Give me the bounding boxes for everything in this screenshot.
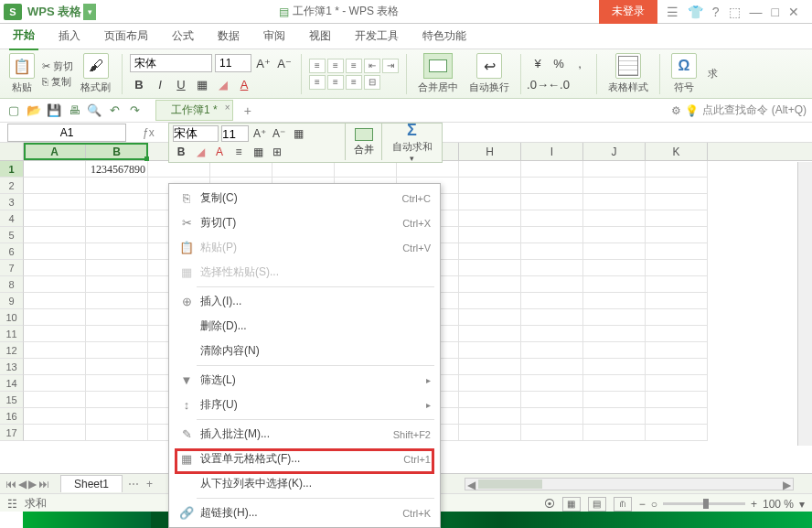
new-tab-button[interactable]: + bbox=[244, 103, 251, 118]
cell-A15[interactable] bbox=[24, 392, 86, 408]
cell-K6[interactable] bbox=[646, 243, 708, 260]
row-header-17[interactable]: 17 bbox=[0, 425, 24, 441]
cell-A4[interactable] bbox=[24, 210, 86, 227]
indent-increase[interactable]: ⇥ bbox=[382, 59, 399, 73]
mini-merge-group[interactable]: 合并 bbox=[345, 124, 381, 160]
workbook-tab[interactable]: 工作簿1 *× bbox=[155, 100, 233, 121]
cell-H12[interactable] bbox=[459, 342, 521, 359]
mini-grid[interactable]: ▦ bbox=[250, 144, 266, 160]
cell-J7[interactable] bbox=[583, 260, 646, 276]
cell-B13[interactable] bbox=[86, 359, 148, 375]
underline-button[interactable]: U bbox=[172, 75, 190, 93]
mini-border[interactable]: ▦ bbox=[290, 125, 306, 142]
cell-I13[interactable] bbox=[521, 359, 583, 375]
minimize-icon[interactable]: — bbox=[750, 5, 763, 19]
row-header-5[interactable]: 5 bbox=[0, 227, 24, 243]
cell-H2[interactable] bbox=[459, 178, 521, 194]
cell-J1[interactable] bbox=[583, 161, 646, 178]
increase-decimal[interactable]: .0→ bbox=[529, 75, 547, 93]
cell-H14[interactable] bbox=[459, 375, 521, 392]
mini-font-select[interactable] bbox=[173, 125, 219, 142]
cell-H16[interactable] bbox=[459, 408, 521, 425]
close-icon[interactable]: ✕ bbox=[788, 5, 799, 19]
tab-review[interactable]: 审阅 bbox=[260, 23, 289, 49]
copy-button[interactable]: ⎘复制 bbox=[42, 75, 73, 89]
align-right[interactable]: ≡ bbox=[346, 75, 362, 90]
cell-J17[interactable] bbox=[583, 425, 646, 441]
cell-B6[interactable] bbox=[86, 243, 148, 260]
italic-button[interactable]: I bbox=[151, 75, 169, 93]
align-top[interactable]: ≡ bbox=[309, 59, 326, 73]
currency-button[interactable]: ¥ bbox=[529, 54, 547, 72]
align-bottom[interactable]: ≡ bbox=[346, 59, 362, 73]
cell-J13[interactable] bbox=[583, 359, 646, 375]
command-search[interactable]: 💡点此查找命令 (Alt+Q) bbox=[685, 102, 807, 118]
cell-I16[interactable] bbox=[521, 408, 583, 425]
menu-cut[interactable]: ✂剪切(T)Ctrl+X bbox=[169, 210, 440, 235]
cell-H17[interactable] bbox=[459, 425, 521, 441]
cell-H9[interactable] bbox=[459, 293, 521, 309]
cell-I10[interactable] bbox=[521, 309, 583, 326]
cell-A17[interactable] bbox=[24, 425, 86, 441]
select-all-corner[interactable] bbox=[0, 143, 24, 160]
cell-A1[interactable] bbox=[24, 161, 86, 178]
percent-button[interactable]: % bbox=[550, 54, 568, 72]
vertical-scrollbar[interactable] bbox=[797, 162, 812, 446]
col-header-H[interactable]: H bbox=[459, 143, 521, 160]
cell-B12[interactable] bbox=[86, 342, 148, 359]
align-middle[interactable]: ≡ bbox=[327, 59, 344, 73]
add-sheet-button[interactable]: + bbox=[146, 478, 153, 490]
cell-F1[interactable] bbox=[335, 161, 397, 178]
row-header-4[interactable]: 4 bbox=[0, 210, 24, 227]
row-header-11[interactable]: 11 bbox=[0, 326, 24, 342]
cell-J5[interactable] bbox=[583, 227, 646, 243]
cut-button[interactable]: ✂剪切 bbox=[42, 59, 73, 73]
cell-D1[interactable] bbox=[210, 161, 272, 178]
cell-I15[interactable] bbox=[521, 392, 583, 408]
tab-close-icon[interactable]: × bbox=[225, 102, 230, 113]
cell-J15[interactable] bbox=[583, 392, 646, 408]
page-layout-button[interactable]: ▤ bbox=[588, 497, 606, 512]
zoom-in-button[interactable]: + bbox=[751, 498, 757, 511]
cell-I5[interactable] bbox=[521, 227, 583, 243]
normal-view-button[interactable]: ▦ bbox=[562, 497, 581, 512]
cell-C1[interactable] bbox=[148, 161, 210, 178]
cell-J16[interactable] bbox=[583, 408, 646, 425]
pin-icon[interactable]: ⬚ bbox=[729, 5, 741, 19]
horizontal-scrollbar[interactable]: ◀▶ bbox=[465, 478, 794, 490]
cell-B1[interactable]: 1234567890 bbox=[86, 161, 148, 178]
cell-H7[interactable] bbox=[459, 260, 521, 276]
cell-K16[interactable] bbox=[646, 408, 708, 425]
sheet-nav-prev[interactable]: ◀ bbox=[18, 478, 27, 490]
help-icon[interactable]: ? bbox=[712, 5, 720, 19]
tab-insert[interactable]: 插入 bbox=[55, 23, 84, 49]
cell-H6[interactable] bbox=[459, 243, 521, 260]
menu-format-cells[interactable]: ▦设置单元格格式(F)...Ctrl+1 bbox=[169, 447, 440, 471]
mini-bold[interactable]: B bbox=[173, 144, 189, 160]
cell-H10[interactable] bbox=[459, 309, 521, 326]
menu-pick-from-list[interactable]: 从下拉列表中选择(K)... bbox=[169, 471, 440, 496]
zoom-reset-button[interactable]: ○ bbox=[651, 498, 657, 511]
menu-sort[interactable]: ↕排序(U)▸ bbox=[169, 393, 440, 417]
cell-A13[interactable] bbox=[24, 359, 86, 375]
row-header-15[interactable]: 15 bbox=[0, 392, 24, 408]
tab-start[interactable]: 开始 bbox=[9, 22, 38, 50]
cell-J12[interactable] bbox=[583, 342, 646, 359]
tab-data[interactable]: 数据 bbox=[214, 23, 243, 49]
tab-layout[interactable]: 页面布局 bbox=[101, 23, 152, 49]
sheet-nav-first[interactable]: ⏮ bbox=[5, 478, 16, 490]
cell-A12[interactable] bbox=[24, 342, 86, 359]
cell-H8[interactable] bbox=[459, 276, 521, 293]
cell-B11[interactable] bbox=[86, 326, 148, 342]
cell-A16[interactable] bbox=[24, 408, 86, 425]
print-preview-icon[interactable]: 🔍 bbox=[86, 102, 102, 119]
cell-J11[interactable] bbox=[583, 326, 646, 342]
cell-J4[interactable] bbox=[583, 210, 646, 227]
table-style-icon[interactable] bbox=[615, 53, 641, 79]
col-header-I[interactable]: I bbox=[521, 143, 583, 160]
cell-K12[interactable] bbox=[646, 342, 708, 359]
undo-icon[interactable]: ↶ bbox=[106, 102, 123, 119]
row-header-8[interactable]: 8 bbox=[0, 276, 24, 293]
mini-font-color[interactable]: A bbox=[211, 144, 228, 160]
cell-H13[interactable] bbox=[459, 359, 521, 375]
